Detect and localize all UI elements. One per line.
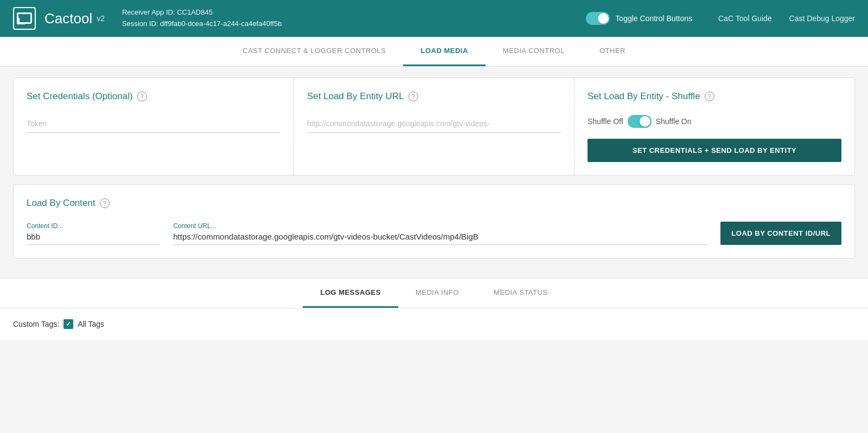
content-url-label: Content URL... <box>173 222 707 230</box>
svg-rect-0 <box>17 13 31 23</box>
custom-tags-row: Custom Tags: All Tags <box>0 308 868 340</box>
main-content: Set Credentials (Optional) ? Set Load By… <box>0 67 868 278</box>
session-id-line: Session ID: dff9fab0-dcea-4c17-a244-ca4e… <box>122 18 569 30</box>
header-nav: CaC Tool Guide Cast Debug Logger <box>718 14 855 23</box>
entity-shuffle-card: Set Load By Entity - Shuffle ? Shuffle O… <box>575 78 854 175</box>
header: Cactool v2 Receiver App ID: CC1AD845 Ses… <box>0 0 868 37</box>
cards-row: Set Credentials (Optional) ? Set Load By… <box>13 77 855 176</box>
entity-url-card: Set Load By Entity URL ? <box>294 78 575 175</box>
shuffle-off-label: Shuffle Off <box>588 117 623 126</box>
header-logo: Cactool v2 <box>13 7 105 30</box>
toggle-control-switch[interactable] <box>586 12 610 25</box>
load-content-card-title: Load By Content ? <box>27 198 841 209</box>
entity-url-title-text: Set Load By Entity URL <box>307 91 404 102</box>
tab-log-messages[interactable]: LOG MESSAGES <box>303 279 398 308</box>
toggle-control-label: Toggle Control Buttons <box>615 14 692 23</box>
entity-url-help-icon[interactable]: ? <box>409 92 418 101</box>
credentials-help-icon[interactable]: ? <box>137 92 147 101</box>
load-content-title-text: Load By Content <box>27 198 95 209</box>
entity-url-card-title: Set Load By Entity URL ? <box>307 91 561 102</box>
content-id-group: Content ID... <box>27 222 160 245</box>
custom-tags-label: Custom Tags: <box>13 320 59 328</box>
credentials-title-text: Set Credentials (Optional) <box>27 91 133 102</box>
credentials-card: Set Credentials (Optional) ? <box>14 78 294 175</box>
tab-cast-connect[interactable]: CAST CONNECT & LOGGER CONTROLS <box>225 37 403 66</box>
session-info: Receiver App ID: CC1AD845 Session ID: df… <box>122 7 569 30</box>
tab-media-info[interactable]: MEDIA INFO <box>398 279 476 308</box>
svg-point-1 <box>17 23 18 25</box>
app-name: Cactool <box>44 10 92 27</box>
session-id-label: Session ID: <box>122 20 158 28</box>
shuffle-on-label: Shuffle On <box>656 117 692 126</box>
toggle-control-area: Toggle Control Buttons <box>586 12 692 25</box>
cast-icon <box>13 7 36 30</box>
content-url-input[interactable] <box>173 232 707 245</box>
content-url-group: Content URL... <box>173 222 707 245</box>
receiver-app-id: CC1AD845 <box>177 8 213 16</box>
content-id-label: Content ID... <box>27 222 160 230</box>
load-content-card: Load By Content ? Content ID... Content … <box>13 184 855 258</box>
all-tags-checkbox[interactable] <box>63 319 73 329</box>
entity-shuffle-title-text: Set Load By Entity - Shuffle <box>588 91 700 102</box>
token-input[interactable] <box>27 115 280 133</box>
receiver-app-id-line: Receiver App ID: CC1AD845 <box>122 7 569 18</box>
cac-tool-guide-link[interactable]: CaC Tool Guide <box>718 14 772 23</box>
entity-url-input[interactable] <box>307 115 561 133</box>
tab-media-control[interactable]: MEDIA CONTROL <box>486 37 582 66</box>
load-content-help-icon[interactable]: ? <box>100 198 110 208</box>
receiver-app-id-label: Receiver App ID: <box>122 8 175 16</box>
tab-media-status[interactable]: MEDIA STATUS <box>476 279 565 308</box>
tab-load-media[interactable]: LOAD MEDIA <box>403 37 485 66</box>
load-content-fields: Content ID... Content URL... LOAD BY CON… <box>27 222 841 245</box>
bottom-section: LOG MESSAGES MEDIA INFO MEDIA STATUS Cus… <box>0 278 868 340</box>
load-by-content-button[interactable]: LOAD BY CONTENT ID/URL <box>720 222 841 245</box>
all-tags-label: All Tags <box>78 320 104 328</box>
session-id: dff9fab0-dcea-4c17-a244-ca4efa40ff5b <box>160 20 282 28</box>
main-tabs: CAST CONNECT & LOGGER CONTROLS LOAD MEDI… <box>0 37 868 67</box>
set-credentials-send-load-button[interactable]: SET CREDENTIALS + SEND LOAD BY ENTITY <box>588 139 841 162</box>
entity-shuffle-help-icon[interactable]: ? <box>705 92 714 101</box>
tab-other[interactable]: OTHER <box>582 37 643 66</box>
content-id-input[interactable] <box>27 232 160 245</box>
app-version: v2 <box>97 14 105 23</box>
credentials-card-title: Set Credentials (Optional) ? <box>27 91 280 102</box>
bottom-tabs: LOG MESSAGES MEDIA INFO MEDIA STATUS <box>0 279 868 308</box>
shuffle-row: Shuffle Off Shuffle On <box>588 115 841 128</box>
cast-debug-logger-link[interactable]: Cast Debug Logger <box>789 14 855 23</box>
shuffle-toggle[interactable] <box>628 115 652 128</box>
entity-shuffle-card-title: Set Load By Entity - Shuffle ? <box>588 91 841 102</box>
